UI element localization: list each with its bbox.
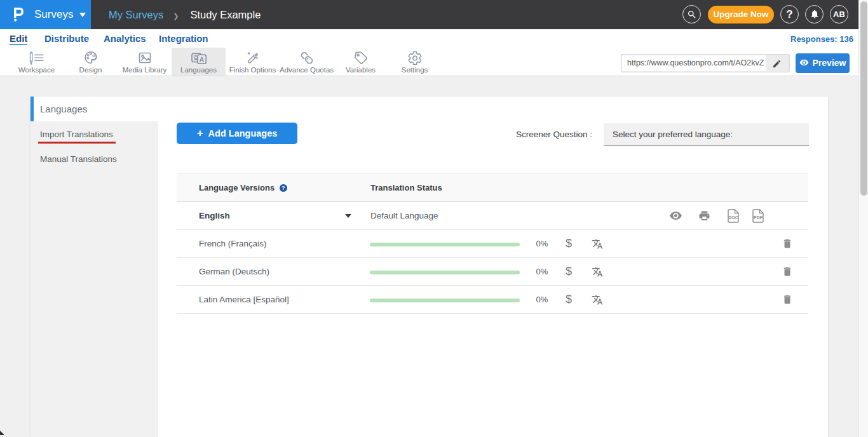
svg-text:DOC: DOC <box>728 215 738 220</box>
svg-text:PDF: PDF <box>754 215 763 220</box>
